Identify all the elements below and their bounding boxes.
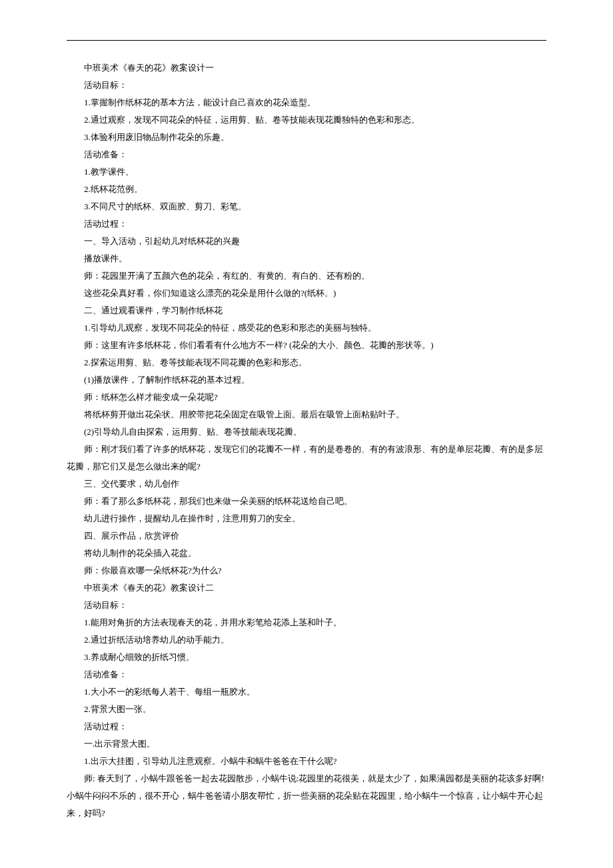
paragraph-7: 2.纸杯花范例。 [67, 181, 546, 198]
paragraph-b-5: 师：你最喜欢哪一朵纸杯花?为什么? [67, 562, 546, 579]
paragraph-13: 这些花朵真好看，你们知道这么漂亮的花朵是用什么做的?(纸杯。) [67, 285, 546, 302]
paragraph-4: 3.体验利用废旧物品制作花朵的乐趣。 [67, 129, 546, 146]
paragraph-long-2: 师: 春天到了，小蜗牛跟爸爸一起去花园散步，小蜗牛说:花园里的花很美，就是太少了… [67, 770, 546, 822]
paragraph-b-13: 2.背景大图一张。 [67, 701, 546, 718]
paragraph-b-11: 活动准备： [67, 666, 546, 683]
paragraph-19: 师：纸杯怎么样才能变成一朵花呢? [67, 389, 546, 406]
paragraph-12: 师：花园里开满了五颜六色的花朵，有红的、有黄的、有白的、还有粉的。 [67, 267, 546, 285]
horizontal-rule [67, 40, 546, 41]
paragraph-11: 播放课件。 [67, 250, 546, 267]
paragraph-b-3: 四、展示作品，欣赏评价 [67, 527, 546, 545]
paragraph-20: 将纸杯剪开做出花朵状。用胶带把花朵固定在吸管上面。最后在吸管上面粘贴叶子。 [67, 406, 546, 423]
paragraph-0: 中班美术《春天的花》教案设计一 [67, 59, 546, 77]
paragraph-16: 师：这里有许多纸杯花，你们看看有什么地方不一样? (花朵的大小、颜色、花瓣的形状… [67, 337, 546, 354]
paragraph-b-16: 1.出示大挂图，引导幼儿注意观察。小蜗牛和蜗牛爸爸在干什么呢? [67, 753, 546, 770]
paragraph-6: 1.教学课件。 [67, 163, 546, 181]
paragraph-18: (1)播放课件，了解制作纸杯花的基本过程。 [67, 371, 546, 389]
paragraph-1: 活动目标： [67, 77, 546, 94]
paragraph-b-9: 2.通过折纸活动培养幼儿的动手能力。 [67, 631, 546, 649]
paragraph-9: 活动过程： [67, 215, 546, 233]
paragraph-17: 2.探索运用剪、贴、卷等技能表现不同花瓣的色彩和形态。 [67, 354, 546, 371]
paragraph-b-2: 幼儿进行操作，提醒幼儿在操作时，注意用剪刀的安全。 [67, 510, 546, 527]
paragraph-b-15: 一.出示背景大图。 [67, 735, 546, 753]
paragraph-b-12: 1.大小不一的彩纸每人若干、每组一瓶胶水。 [67, 683, 546, 701]
paragraph-b-8: 1.能用对角折的方法表现春天的花，并用水彩笔给花添上茎和叶子。 [67, 614, 546, 631]
paragraph-b-7: 活动目标： [67, 597, 546, 614]
paragraph-3: 2.通过观察，发现不同花朵的特征，运用剪、贴、卷等技能表现花瓣独特的色彩和形态。 [67, 111, 546, 129]
paragraph-b-14: 活动过程： [67, 718, 546, 735]
paragraph-b-10: 3.养成耐心细致的折纸习惯。 [67, 649, 546, 666]
paragraph-14: 二、通过观看课件，学习制作纸杯花 [67, 302, 546, 319]
paragraph-15: 1.引导幼儿观察，发现不同花朵的特征，感受花的色彩和形态的美丽与独特。 [67, 319, 546, 337]
paragraph-b-1: 师：看了那么多纸杯花，那我们也来做一朵美丽的纸杯花送给自己吧。 [67, 493, 546, 510]
paragraph-21: (2)引导幼儿自由探索，运用剪、贴、卷等技能表现花瓣。 [67, 423, 546, 441]
paragraph-b-4: 将幼儿制作的花朵插入花盆。 [67, 545, 546, 562]
paragraph-b-0: 三、交代要求，幼儿创作 [67, 475, 546, 493]
paragraph-b-6: 中班美术《春天的花》教案设计二 [67, 579, 546, 597]
paragraph-5: 活动准备： [67, 146, 546, 163]
paragraph-8: 3.不同尺寸的纸杯、双面胶、剪刀、彩笔。 [67, 198, 546, 215]
paragraph-10: 一、导入活动，引起幼儿对纸杯花的兴趣 [67, 233, 546, 250]
paragraph-long-1: 师：刚才我们看了许多的纸杯花，发现它们的花瓣不一样，有的是卷卷的、有的有波浪形、… [67, 441, 546, 475]
document-body: 中班美术《春天的花》教案设计一活动目标：1.掌握制作纸杯花的基本方法，能设计自己… [67, 59, 546, 822]
paragraph-2: 1.掌握制作纸杯花的基本方法，能设计自己喜欢的花朵造型。 [67, 94, 546, 111]
